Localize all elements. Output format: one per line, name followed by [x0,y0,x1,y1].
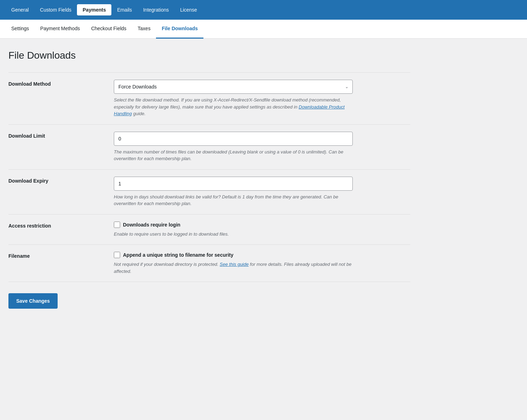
nav-item-general[interactable]: General [6,4,34,15]
nav-item-custom-fields[interactable]: Custom Fields [34,4,77,15]
access-restriction-label: Access restriction [8,214,114,245]
download-expiry-description: How long in days should download links b… [114,193,353,207]
download-expiry-label: Download Expiry [8,169,114,214]
sub-navigation: Settings Payment Methods Checkout Fields… [0,20,527,39]
access-restriction-row: Access restriction Downloads require log… [8,214,410,245]
save-changes-button[interactable]: Save Changes [8,293,58,309]
subnav-file-downloads[interactable]: File Downloads [156,20,203,39]
download-limit-description: The maximum number of times files can be… [114,149,353,162]
subnav-settings[interactable]: Settings [6,20,35,39]
main-content: File Downloads Download Method Force Dow… [0,39,422,331]
downloads-require-login-checkbox[interactable] [114,222,120,228]
download-limit-row: Download Limit The maximum number of tim… [8,124,410,169]
nav-item-integrations[interactable]: Integrations [137,4,174,15]
download-limit-input[interactable] [114,132,353,146]
download-method-description: Select the file download method. If you … [114,97,353,117]
save-section: Save Changes [8,293,410,320]
downloads-require-login-text: Downloads require login [123,222,180,228]
append-unique-string-text: Append a unique string to filename for s… [123,252,233,258]
settings-table: Download Method Force Downloads X-Accel-… [8,72,410,282]
page-title: File Downloads [8,50,410,61]
filename-row: Filename Append a unique string to filen… [8,245,410,282]
nav-item-license[interactable]: License [175,4,203,15]
top-navigation: General Custom Fields Payments Emails In… [0,0,527,20]
download-method-row: Download Method Force Downloads X-Accel-… [8,73,410,125]
download-limit-field: The maximum number of times files can be… [114,124,410,169]
download-expiry-field: How long in days should download links b… [114,169,410,214]
download-limit-label: Download Limit [8,124,114,169]
access-restriction-description: Enable to require users to be logged in … [114,231,353,238]
downloads-require-login-label[interactable]: Downloads require login [114,222,410,228]
access-restriction-field: Downloads require login Enable to requir… [114,214,410,245]
nav-item-payments[interactable]: Payments [77,4,111,15]
download-expiry-row: Download Expiry How long in days should … [8,169,410,214]
download-method-select[interactable]: Force Downloads X-Accel-Redirect X-Sendf… [114,80,353,94]
filename-description: Not required if your download directory … [114,261,353,275]
see-this-guide-link[interactable]: See this guide [220,262,248,267]
download-expiry-input[interactable] [114,177,353,191]
filename-field: Append a unique string to filename for s… [114,245,410,282]
subnav-checkout-fields[interactable]: Checkout Fields [85,20,132,39]
append-unique-string-label[interactable]: Append a unique string to filename for s… [114,252,410,258]
download-method-select-wrapper: Force Downloads X-Accel-Redirect X-Sendf… [114,80,353,94]
download-method-field: Force Downloads X-Accel-Redirect X-Sendf… [114,73,410,125]
nav-item-emails[interactable]: Emails [111,4,137,15]
subnav-taxes[interactable]: Taxes [132,20,156,39]
append-unique-string-checkbox[interactable] [114,252,120,258]
filename-label: Filename [8,245,114,282]
download-method-label: Download Method [8,73,114,125]
subnav-payment-methods[interactable]: Payment Methods [35,20,86,39]
